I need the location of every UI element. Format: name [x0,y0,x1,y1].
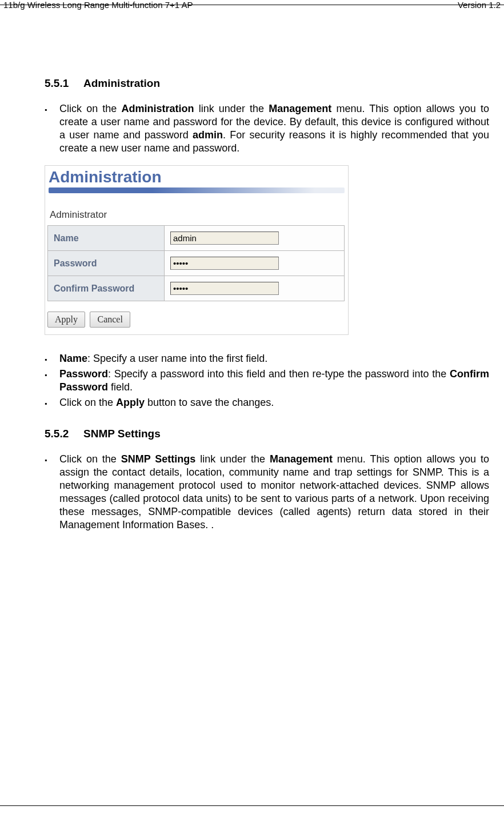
keyword-snmp-settings: SNMP Settings [121,453,196,465]
panel-title-text: Administration [49,168,162,186]
cell-password-input [165,251,345,276]
admin-form-table: Name Password Confirm Password [47,225,345,301]
panel-divider-bar [49,187,345,193]
page-header: 11b/g Wireless Long Range Multi-function… [0,0,504,5]
cancel-button[interactable]: Cancel [90,312,130,328]
confirm-password-input[interactable] [170,282,279,295]
text: button to save the changes. [145,397,274,408]
cell-name-input [165,226,345,251]
text: Click on the [59,103,122,114]
section-title: SNMP Settings [83,428,161,440]
button-row: Apply Cancel [45,312,348,334]
section-heading-administration: 5.5.1Administration [45,77,489,90]
spacer [45,420,489,428]
text: Click on the [59,453,121,465]
text: : Specify a password into this field and… [108,368,450,380]
intro-bullet: Click on the Administration link under t… [59,102,489,155]
text: field. [108,381,133,393]
text: : Specify a user name into the first fie… [87,353,267,364]
table-row: Confirm Password [48,276,345,301]
password-input[interactable] [170,257,279,270]
intro-list: Click on the Administration link under t… [45,102,489,155]
field-description-list: Name: Specify a user name into the first… [45,352,489,409]
snmp-intro-list: Click on the SNMP Settings link under th… [45,453,489,532]
text: link under the [194,103,269,114]
list-item: Name: Specify a user name into the first… [59,352,489,365]
list-item: Password: Specify a password into this f… [59,368,489,394]
text: Click on the [59,397,116,408]
header-right: Version 1.2 [458,0,501,10]
admin-screenshot-panel: Administration Administrator Name Passwo… [45,165,349,335]
name-input[interactable] [170,232,279,245]
section-heading-snmp: 5.5.2SNMP Settings [45,428,489,440]
apply-button[interactable]: Apply [47,312,85,328]
label-password: Password [48,251,165,276]
text: menu. This option allows you to assign t… [59,453,489,530]
section-title: Administration [83,77,160,89]
table-row: Name [48,226,345,251]
label-password-bold: Password [59,368,108,380]
panel-title: Administration [45,166,348,186]
label-apply-bold: Apply [116,397,145,408]
document-page: 11b/g Wireless Long Range Multi-function… [0,0,504,814]
label-name-bold: Name [59,353,87,364]
text: link under the [195,453,270,465]
list-item: Click on the Apply button to save the ch… [59,396,489,409]
label-confirm-password: Confirm Password [48,276,165,301]
page-footer: 45 [0,805,504,814]
keyword-management: Management [270,453,333,465]
cell-confirm-input [165,276,345,301]
snmp-bullet: Click on the SNMP Settings link under th… [59,453,489,532]
panel-subtitle: Administrator [45,209,348,225]
label-name: Name [48,226,165,251]
table-row: Password [48,251,345,276]
keyword-administration: Administration [122,103,194,114]
keyword-admin: admin [193,129,223,141]
header-left: 11b/g Wireless Long Range Multi-function… [3,0,193,10]
section-number: 5.5.2 [45,428,83,440]
body-content: 5.5.1Administration Click on the Adminis… [45,77,489,542]
keyword-management: Management [269,103,331,114]
section-number: 5.5.1 [45,77,83,90]
